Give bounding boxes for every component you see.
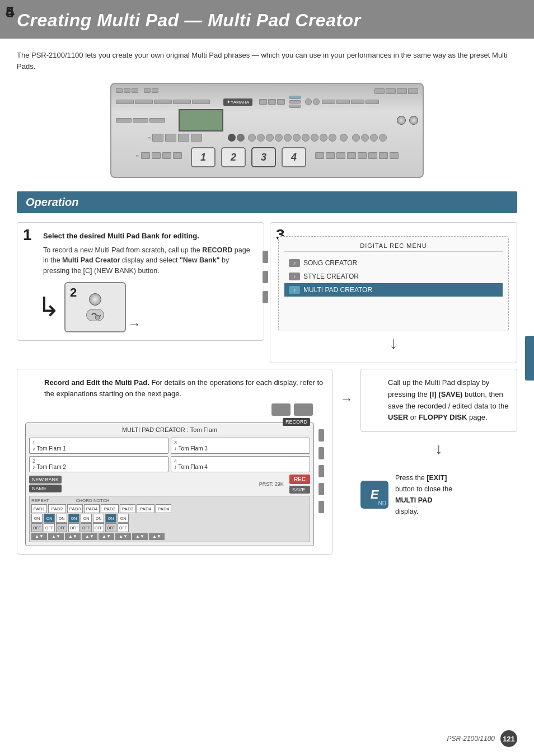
mpc-name-btn: NAME (29, 485, 62, 492)
mpc-bottom-controls: REPEAT CHORD NOTCH PAD1 PAD2 PAD3 PAD4 P… (29, 496, 310, 542)
step3-down-arrow: ↓ (278, 334, 509, 353)
mpc-new-bank-btn: NEW BANK (29, 476, 62, 483)
steps-row-2: 4 Record and Edit the Multi Pad. For det… (17, 369, 517, 555)
step-5-number: 5 (6, 4, 15, 20)
step4-side-btn-2 (318, 447, 324, 459)
step-3-display-title: DIGITAL REC MENU (284, 242, 503, 252)
mpc-rec-btn: REC (289, 475, 310, 484)
sidebar-tab (525, 336, 534, 381)
intro-paragraph: The PSR-2100/1100 lets you create your o… (17, 50, 517, 72)
mpc-display-title: MULTI PAD CREATOR : Tom Flam RECORD (29, 426, 310, 435)
steps-row-1: 1 Select the desired Multi Pad Bank for … (17, 222, 517, 363)
page-title: Creating Multi Pad — Multi Pad Creator (17, 10, 517, 31)
step-1-desc: To record a new Multi Pad from scratch, … (43, 245, 256, 276)
step3-song-creator-item: ♪ SONG CREATOR (284, 256, 503, 270)
step3-side-btn-2 (263, 271, 268, 283)
mpc-pad-2: 2 ♪ Tom Flam 2 (29, 456, 168, 472)
end-text: Press the [EXIT]button to close theMULTI… (395, 472, 452, 517)
step-1-title: Select the desired Multi Pad Bank for ed… (43, 231, 256, 242)
end-icon: E ND (360, 481, 388, 509)
operation-label: Operation (26, 196, 78, 208)
step4-side-btn-3 (318, 465, 324, 477)
step3-song-creator-label: SONG CREATOR (303, 259, 357, 267)
step3-song-icon: ♪ (289, 259, 300, 267)
step-3-display: DIGITAL REC MENU ♪ SONG CREATOR ♪ STYLE … (278, 236, 509, 331)
mpc-pad-2-label: ♪ Tom Flam 2 (32, 464, 66, 470)
step2-knob (89, 293, 101, 306)
step-5-content: Call up the Multi Pad display by pressin… (388, 377, 509, 424)
end-icon-nd-text: ND (378, 500, 386, 506)
mpc-pad-3: 3 ♪ Tom Flam 3 (171, 438, 310, 454)
step-1-number: 1 (23, 227, 32, 243)
step4-side-btn-4 (318, 483, 324, 495)
step3-style-icon: ♪ (289, 273, 300, 280)
keyboard-image-container: ✦YAMAHA (17, 83, 517, 178)
page-number: 121 (500, 730, 517, 747)
step-2-number: 2 (70, 285, 77, 300)
mpc-record-button: RECORD (283, 418, 310, 426)
pad-button-3[interactable]: 3 (251, 147, 276, 167)
mpc-pad-4: 4 ♪ Tom Flam 4 (171, 456, 310, 472)
step2-button (86, 309, 104, 321)
svg-point-0 (95, 315, 100, 320)
step-2-device: 2 (64, 282, 126, 332)
end-icon-e-text: E (371, 487, 379, 502)
mpc-pad-1-label: ♪ Tom Flam 1 (32, 445, 66, 452)
step4-side-btn-5 (318, 501, 324, 513)
step-5-text: Call up the Multi Pad display by pressin… (388, 377, 509, 424)
page-header: Creating Multi Pad — Multi Pad Creator (0, 0, 534, 39)
main-content: The PSR-2100/1100 lets you create your o… (0, 39, 534, 571)
page-footer: PSR-2100/1100 121 (447, 730, 517, 747)
mpc-repeat-chord-row: PAD1 PAD2 PAD3 PAD4 PAD2 PAD3 PAD4 PAD4 (31, 504, 308, 513)
step3-style-creator-label: STYLE CREATOR (303, 273, 359, 280)
step-4-title: Record and Edit the Multi Pad. For detai… (44, 377, 324, 399)
mpc-title-text: MULTI PAD CREATOR : Tom Flam (122, 426, 217, 433)
operation-header: Operation (17, 191, 517, 213)
step-1-box: 1 Select the desired Multi Pad Bank for … (17, 222, 264, 341)
mpc-display: MULTI PAD CREATOR : Tom Flam RECORD 1 ♪ … (25, 422, 314, 546)
step-4-box: 4 Record and Edit the Multi Pad. For det… (17, 369, 332, 555)
mpc-save-btn: SAVE (289, 486, 310, 494)
step-1-content: Select the desired Multi Pad Bank for ed… (43, 231, 256, 332)
mpc-arrows-row: ▲▼ ▲▼ ▲▼ ▲▼ ▲▼ ▲▼ ▲▼ ▲▼ (31, 533, 308, 540)
step2-to-step3-arrow: → (126, 283, 143, 332)
mpc-pads-grid: 1 ♪ Tom Flam 1 3 ♪ Tom Flam 3 2 ♪ Tom Fl… (29, 438, 310, 472)
step-5-box: 5 Call up the Multi Pad display by press… (360, 369, 517, 432)
step-4-title-bold: Record and Edit the Multi Pad. (44, 378, 149, 387)
step3-side-btn-3 (263, 291, 268, 303)
step3-side-btn-1 (263, 251, 268, 263)
step5-down-arrow: ↓ (360, 440, 517, 458)
step3-multipad-icon: ♪ (289, 286, 300, 294)
end-display: E ND Press the [EXIT]button to close the… (360, 472, 517, 517)
pad-button-4[interactable]: 4 (282, 147, 306, 167)
step-2-illustration: ↳ 2 → (38, 282, 256, 332)
step3-multipad-creator-label: MULTI PAD CREATOR (303, 286, 372, 294)
step4-btn-right (294, 403, 313, 416)
pad-button-2[interactable]: 2 (221, 147, 246, 167)
step-3-box: 3 DIGITAL REC MENU ♪ SONG CREATOR ♪ STYL… (270, 222, 517, 363)
step2-curve-arrow: ↳ (38, 294, 60, 321)
mpc-pad-1: 1 ♪ Tom Flam 1 (29, 438, 168, 454)
mpc-pad-4-label: ♪ Tom Flam 4 (174, 464, 208, 470)
page-model: PSR-2100/1100 (447, 735, 495, 743)
step4-side-btn-1 (318, 429, 324, 442)
step4-to-step5-arrow: → (338, 369, 355, 407)
step-1-title-text: Select the desired Multi Pad Bank for ed… (43, 232, 199, 240)
keyboard-image: ✦YAMAHA (110, 83, 424, 178)
step4-btn-left (271, 403, 291, 416)
pad-button-1[interactable]: 1 (191, 147, 216, 167)
mpc-pad-3-label: ♪ Tom Flam 3 (174, 445, 208, 452)
step3-style-creator-item: ♪ STYLE CREATOR (284, 270, 503, 283)
step3-multipad-creator-item: ♪ MULTI PAD CREATOR (284, 283, 503, 297)
